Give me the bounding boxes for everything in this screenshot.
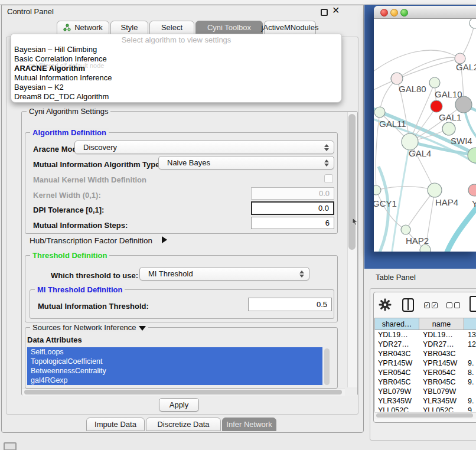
kernel-width-input[interactable]: 0.0: [251, 187, 334, 200]
table-row[interactable]: YLR345WYLR345W9.: [375, 396, 476, 406]
which-threshold-value: MI Threshold: [148, 269, 193, 278]
mi-steps-input[interactable]: 6: [251, 217, 334, 229]
minimize-traffic-light[interactable]: [390, 9, 398, 17]
node-table-rows[interactable]: YDL19…YDL19…13YDR27…YDR27…12YBR043CYBR04…: [374, 330, 476, 412]
table-row[interactable]: YER054CYER054C8.: [375, 368, 476, 377]
settings-horizontal-scrollbar-thumb[interactable]: [24, 390, 342, 394]
which-threshold-select[interactable]: MI Threshold: [139, 267, 309, 281]
mouse-cursor: [352, 218, 358, 226]
apply-button[interactable]: Apply: [159, 398, 199, 412]
node-gal80[interactable]: [391, 73, 403, 84]
close-icon[interactable]: ✕: [332, 5, 340, 16]
node-salmon[interactable]: [468, 184, 476, 196]
algorithm-option[interactable]: Dream8 DC_TDC Algorithm: [14, 92, 339, 102]
aracne-mode-select[interactable]: Discovery: [74, 141, 334, 154]
table-cell: YDL19…: [420, 330, 465, 340]
table-cell: 8.: [465, 368, 476, 377]
tab-select[interactable]: Select: [149, 21, 194, 34]
document-icon[interactable]: [470, 296, 476, 312]
window-top-strip: [0, 0, 476, 5]
tab-label: Infer Network: [226, 420, 272, 429]
tab-label: Style: [121, 23, 138, 32]
table-row[interactable]: YLL052CYLL052C9: [375, 406, 476, 412]
node-gal4[interactable]: [402, 133, 418, 150]
mi-type-select[interactable]: Naive Bayes: [158, 156, 334, 169]
attribute-item[interactable]: gal4RGexp: [27, 376, 322, 385]
tab-network[interactable]: Network: [57, 21, 109, 34]
mi-type-label: Mutual Information Algorithm Type:: [33, 160, 162, 169]
manual-kernel-checkbox[interactable]: [324, 174, 333, 183]
hide-columns-icon[interactable]: [446, 302, 460, 308]
show-columns-icon[interactable]: ✓✓: [424, 302, 438, 308]
column-header-shared-name[interactable]: shared…: [374, 318, 419, 330]
expand-right-icon[interactable]: [162, 236, 167, 243]
tab-cyni-toolbox[interactable]: Cyni Toolbox: [195, 21, 263, 34]
algorithm-option[interactable]: Bayesian – Hill Climbing: [14, 45, 339, 54]
column-header-partial[interactable]: [464, 318, 476, 330]
table-cell: YBR045C: [375, 377, 420, 387]
tab-impute-data[interactable]: Impute Data: [86, 418, 145, 431]
sources-group-title[interactable]: Sources for Network Inference: [30, 323, 148, 332]
algorithm-option[interactable]: Bayesian – K2: [14, 83, 339, 92]
tab-jactivemnodules[interactable]: jActiveMNodules: [264, 21, 316, 34]
tab-label: Discretize Data: [157, 420, 209, 429]
mi-threshold-label: Mutual Information Threshold:: [38, 302, 149, 311]
table-row[interactable]: YBR045CYBR045C9.: [375, 377, 476, 387]
column-view-icon[interactable]: [402, 298, 414, 312]
node[interactable]: [470, 19, 476, 28]
table-row[interactable]: YDL19…YDL19…13: [375, 330, 476, 340]
dpi-tolerance-input[interactable]: 0.0: [251, 201, 334, 215]
mi-threshold-input[interactable]: 0.5: [248, 298, 332, 311]
attribute-item[interactable]: BetweennessCentrality: [27, 366, 322, 376]
column-header-name[interactable]: name: [419, 318, 464, 330]
mi-type-value: Naive Bayes: [167, 158, 210, 167]
mi-steps-label: Mutual Information Steps:: [33, 221, 128, 230]
network-window-titlebar[interactable]: [374, 6, 476, 19]
table-row[interactable]: YDR27…YDR27…12: [375, 340, 476, 349]
table-row[interactable]: YPR145WYPR145W9.: [375, 358, 476, 368]
data-attributes-label: Data Attributes: [27, 335, 82, 344]
node-hap4[interactable]: [428, 183, 442, 197]
tab-discretize-data[interactable]: Discretize Data: [146, 418, 221, 431]
panel-corner-button[interactable]: [4, 442, 17, 450]
node-gcy1[interactable]: [374, 185, 381, 195]
table-cell: YBL079W: [375, 387, 420, 396]
algorithm-option[interactable]: Mutual Information Inference: [14, 73, 339, 83]
node-label: GAL4: [409, 148, 431, 158]
node-label: GAL11: [379, 119, 406, 129]
node-gal11[interactable]: [374, 107, 385, 118]
node-label: GAL10: [435, 89, 462, 99]
float-window-icon[interactable]: [321, 9, 328, 16]
data-attributes-list[interactable]: SelfLoopsTopologicalCoefficientBetweenne…: [27, 347, 330, 386]
table-horizontal-scrollbar-thumb[interactable]: [376, 413, 473, 418]
tab-infer-network[interactable]: Infer Network: [222, 418, 276, 431]
node-label: GAL2: [456, 62, 476, 72]
node-hap2[interactable]: [401, 225, 410, 234]
scrollbar-corner: [345, 389, 357, 396]
tab-style[interactable]: Style: [110, 21, 148, 34]
table-row[interactable]: YBL079WYBL079W: [375, 387, 476, 396]
stepper-arrows-icon: [324, 159, 329, 167]
settings-vertical-scrollbar-thumb[interactable]: [348, 114, 356, 250]
algorithm-dropdown-hint: Select algorithm to view settings: [11, 35, 341, 44]
node-selected-red[interactable]: [431, 100, 442, 112]
node-label: GAL80: [399, 84, 426, 94]
table-row[interactable]: YBR043CYBR043C: [375, 349, 476, 358]
algorithm-definition-title: Algorithm Definition: [30, 128, 109, 137]
node-gal10[interactable]: [429, 77, 440, 88]
table-cell: YBR045C: [420, 377, 465, 387]
attribute-item[interactable]: TopologicalCoefficient: [27, 357, 322, 366]
table-cell: 12: [465, 340, 476, 349]
table-cell: YDR27…: [420, 340, 465, 349]
gear-icon[interactable]: [379, 298, 392, 311]
dpi-tolerance-label: DPI Tolerance [0,1]:: [33, 206, 104, 214]
table-cell: 13: [465, 330, 476, 340]
tab-label: jActiveMNodules: [262, 23, 319, 32]
attributes-scrollbar[interactable]: [324, 348, 330, 385]
node-label: GCY1: [374, 198, 397, 208]
attribute-item[interactable]: SelfLoops: [27, 347, 322, 357]
zoom-traffic-light[interactable]: [400, 9, 408, 17]
close-traffic-light[interactable]: [380, 9, 388, 17]
network-canvas[interactable]: GAL2GAL80GAL10GAL1GAL11SWI4GAL4GCY1HAP4Y…: [374, 19, 476, 252]
node-gal1[interactable]: [442, 122, 455, 135]
